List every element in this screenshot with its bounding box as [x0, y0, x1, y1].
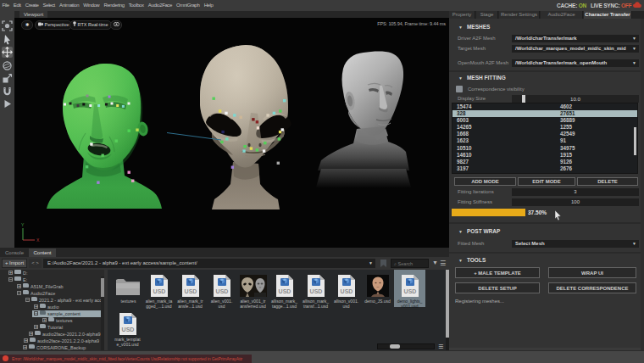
svg-text:Y: Y	[21, 222, 25, 227]
svg-text:X: X	[36, 237, 40, 243]
